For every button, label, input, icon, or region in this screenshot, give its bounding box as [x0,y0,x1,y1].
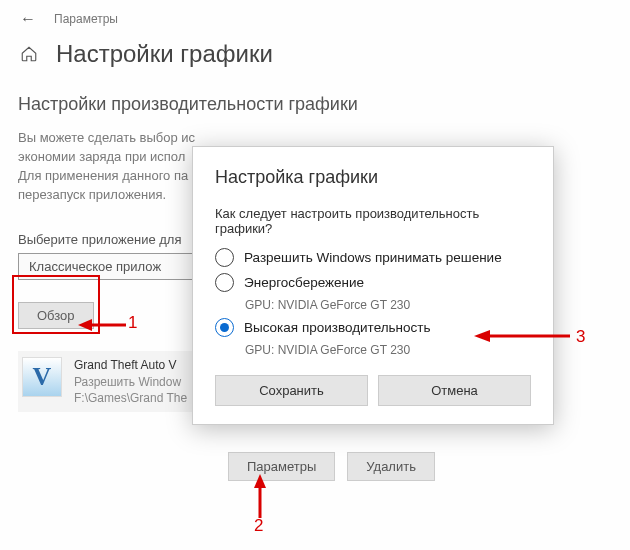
annotation-number-2: 2 [254,516,263,536]
home-icon[interactable] [20,45,38,63]
section-title: Настройки производительности графики [18,94,612,115]
radio-description: GPU: NVIDIA GeForce GT 230 [245,298,531,312]
app-name: Grand Theft Auto V [74,357,187,373]
radio-icon-selected [215,318,234,337]
radio-option-high-performance[interactable]: Высокая производительность [215,318,531,337]
delete-button[interactable]: Удалить [347,452,435,481]
app-subtext: Разрешить Window [74,374,187,390]
annotation-number-3: 3 [576,327,585,347]
options-button[interactable]: Параметры [228,452,335,481]
radio-description: GPU: NVIDIA GeForce GT 230 [245,343,531,357]
radio-option-power-saving[interactable]: Энергосбережение [215,273,531,292]
annotation-number-1: 1 [128,313,137,333]
browse-button[interactable]: Обзор [18,302,94,329]
graphics-preference-dialog: Настройка графики Как следует настроить … [192,146,554,425]
radio-label: Высокая производительность [244,320,431,335]
radio-icon [215,248,234,267]
save-button[interactable]: Сохранить [215,375,368,406]
window-title: Параметры [54,12,118,26]
app-icon-letter: V [33,362,52,392]
dialog-title: Настройка графики [215,167,531,188]
radio-label: Разрешить Windows принимать решение [244,250,502,265]
app-icon: V [22,357,62,397]
radio-label: Энергосбережение [244,275,364,290]
page-title: Настройки графики [56,40,273,68]
select-value: Классическое прилож [29,259,161,274]
app-path: F:\Games\Grand The [74,390,187,406]
radio-option-default[interactable]: Разрешить Windows принимать решение [215,248,531,267]
cancel-button[interactable]: Отмена [378,375,531,406]
back-icon[interactable]: ← [20,10,36,28]
radio-icon [215,273,234,292]
dialog-question: Как следует настроить производительность… [215,206,531,236]
